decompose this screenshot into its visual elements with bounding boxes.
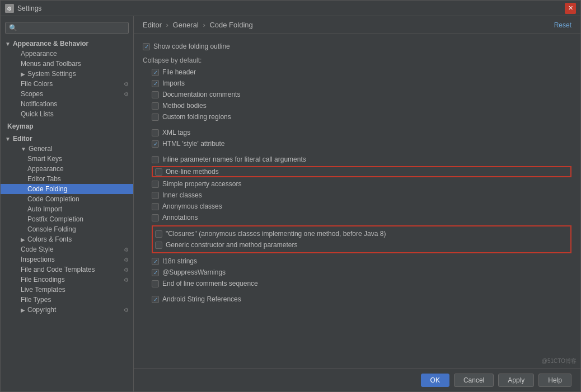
android-string-label: Android String References xyxy=(162,295,241,303)
settings-window: ⚙ Settings ✕ 🔍 ▼ Appearance & Behavior A… xyxy=(0,0,581,392)
sidebar-header-label: Appearance & Behavior xyxy=(13,40,88,48)
simple-property-label: Simple property accessors xyxy=(162,180,241,188)
custom-folding-checkbox[interactable] xyxy=(152,114,159,121)
breadcrumb-part3: Code Folding xyxy=(209,21,252,29)
i18n-label: I18n strings xyxy=(162,257,197,265)
sidebar-item-code-folding[interactable]: Code Folding xyxy=(1,184,133,194)
closures-checkbox[interactable] xyxy=(155,230,162,238)
option-imports: Imports xyxy=(143,78,571,89)
option-show-outline: Show code folding outline xyxy=(143,41,571,52)
option-generic-constructor: Generic constructor and method parameter… xyxy=(155,239,568,251)
option-suppress-warnings: @SuppressWarnings xyxy=(143,267,571,278)
imports-checkbox[interactable] xyxy=(152,80,159,87)
option-doc-comments: Documentation comments xyxy=(143,89,571,100)
breadcrumb-sep2: › xyxy=(203,21,205,29)
search-box[interactable]: 🔍 xyxy=(5,22,129,34)
apply-button[interactable]: Apply xyxy=(498,374,534,387)
sidebar-item-colors-fonts[interactable]: ▶ Colors & Fonts xyxy=(1,234,133,244)
sidebar-item-postfix-completion[interactable]: Postfix Completion xyxy=(1,214,133,224)
sidebar-header-appearance-behavior[interactable]: ▼ Appearance & Behavior xyxy=(1,39,133,49)
anonymous-classes-checkbox[interactable] xyxy=(152,203,159,210)
sidebar-item-file-types[interactable]: File Types xyxy=(1,295,133,305)
suppress-warnings-label: @SuppressWarnings xyxy=(162,268,226,276)
generic-constructor-checkbox[interactable] xyxy=(155,242,162,249)
method-bodies-checkbox[interactable] xyxy=(152,102,159,110)
watermark: @51CTO博客 xyxy=(542,357,577,365)
option-closures: "Closures" (anonymous classes implementi… xyxy=(155,228,568,239)
sidebar: 🔍 ▼ Appearance & Behavior Appearance Men… xyxy=(1,16,134,391)
search-input[interactable] xyxy=(20,24,125,32)
sidebar-item-scopes[interactable]: Scopes ⚙ xyxy=(1,89,133,99)
sidebar-item-code-completion[interactable]: Code Completion xyxy=(1,194,133,204)
ok-button[interactable]: OK xyxy=(421,374,449,387)
sidebar-item-appearance[interactable]: Appearance xyxy=(1,49,133,59)
file-header-label: File header xyxy=(162,68,196,76)
sidebar-item-file-colors[interactable]: File Colors ⚙ xyxy=(1,79,133,89)
annotations-label: Annotations xyxy=(162,214,198,221)
xml-tags-checkbox[interactable] xyxy=(152,129,159,136)
sidebar-header-keymap[interactable]: Keymap xyxy=(1,121,133,131)
custom-folding-label: Custom folding regions xyxy=(162,113,231,121)
expand-arrow: ▼ xyxy=(5,41,11,47)
option-html-style: HTML 'style' attribute xyxy=(143,138,571,149)
sidebar-item-notifications[interactable]: Notifications xyxy=(1,99,133,109)
sidebar-item-general[interactable]: ▼ General xyxy=(1,144,133,154)
sidebar-item-editor-tabs[interactable]: Editor Tabs xyxy=(1,174,133,184)
reset-button[interactable]: Reset xyxy=(554,21,571,29)
sidebar-header-editor[interactable]: ▼ Editor xyxy=(1,134,133,144)
code-style-icon: ⚙ xyxy=(124,247,129,253)
app-icon: ⚙ xyxy=(5,4,14,13)
html-style-checkbox[interactable] xyxy=(152,140,159,148)
doc-comments-checkbox[interactable] xyxy=(152,91,159,98)
sidebar-item-auto-import[interactable]: Auto Import xyxy=(1,204,133,214)
end-of-line-checkbox[interactable] xyxy=(152,280,159,287)
sidebar-item-console-folding[interactable]: Console Folding xyxy=(1,224,133,234)
settings-icon: ⚙ xyxy=(124,81,129,87)
help-button[interactable]: Help xyxy=(538,374,571,387)
show-outline-checkbox[interactable] xyxy=(143,43,150,50)
copyright-arrow: ▶ xyxy=(21,307,25,313)
sidebar-item-system-settings[interactable]: ▶ System Settings xyxy=(1,69,133,79)
sidebar-section-keymap: Keymap xyxy=(1,120,133,133)
end-of-line-label: End of line comments sequence xyxy=(162,280,258,287)
sidebar-section-editor: ▼ Editor ▼ General Smart Keys Appearance… xyxy=(1,133,133,316)
one-line-methods-checkbox[interactable] xyxy=(155,168,162,176)
sidebar-item-file-code-templates[interactable]: File and Code Templates ⚙ xyxy=(1,265,133,275)
content-body: Show code folding outline Collapse by de… xyxy=(134,34,580,369)
inline-params-checkbox[interactable] xyxy=(152,156,159,163)
sidebar-item-copyright[interactable]: ▶ Copyright ⚙ xyxy=(1,305,133,315)
spacer-1 xyxy=(143,122,571,127)
suppress-warnings-checkbox[interactable] xyxy=(152,269,159,276)
inner-classes-checkbox[interactable] xyxy=(152,192,159,199)
close-button[interactable]: ✕ xyxy=(565,3,576,14)
svg-text:⚙: ⚙ xyxy=(7,6,12,12)
main-area: 🔍 ▼ Appearance & Behavior Appearance Men… xyxy=(1,16,580,391)
option-end-of-line: End of line comments sequence xyxy=(143,278,571,289)
sidebar-item-menus-toolbars[interactable]: Menus and Toolbars xyxy=(1,59,133,69)
option-file-header: File header xyxy=(143,67,571,78)
option-annotations: Annotations xyxy=(143,212,571,223)
sidebar-item-appearance-editor[interactable]: Appearance xyxy=(1,164,133,174)
option-simple-property: Simple property accessors xyxy=(143,178,571,190)
footer: OK Cancel Apply Help xyxy=(134,369,580,391)
sidebar-item-live-templates[interactable]: Live Templates xyxy=(1,285,133,295)
file-header-checkbox[interactable] xyxy=(152,69,159,76)
spacer-3 xyxy=(143,289,571,294)
sidebar-item-code-style[interactable]: Code Style ⚙ xyxy=(1,244,133,254)
sidebar-item-quick-lists[interactable]: Quick Lists xyxy=(1,109,133,119)
sidebar-item-smart-keys[interactable]: Smart Keys xyxy=(1,154,133,164)
simple-property-checkbox[interactable] xyxy=(152,181,159,188)
breadcrumb-part2: General xyxy=(173,21,199,29)
annotations-checkbox[interactable] xyxy=(152,214,159,221)
sidebar-item-inspections[interactable]: Inspections ⚙ xyxy=(1,254,133,265)
i18n-checkbox[interactable] xyxy=(152,258,159,265)
cancel-button[interactable]: Cancel xyxy=(454,374,494,387)
android-string-checkbox[interactable] xyxy=(152,296,159,303)
imports-label: Imports xyxy=(162,79,185,87)
one-line-methods-label: One-line methods xyxy=(166,168,219,176)
xml-tags-label: XML tags xyxy=(162,129,190,136)
html-style-label: HTML 'style' attribute xyxy=(162,140,225,148)
sidebar-editor-label: Editor xyxy=(13,135,32,143)
anonymous-classes-label: Anonymous classes xyxy=(162,202,222,210)
sidebar-item-file-encodings[interactable]: File Encodings ⚙ xyxy=(1,275,133,285)
